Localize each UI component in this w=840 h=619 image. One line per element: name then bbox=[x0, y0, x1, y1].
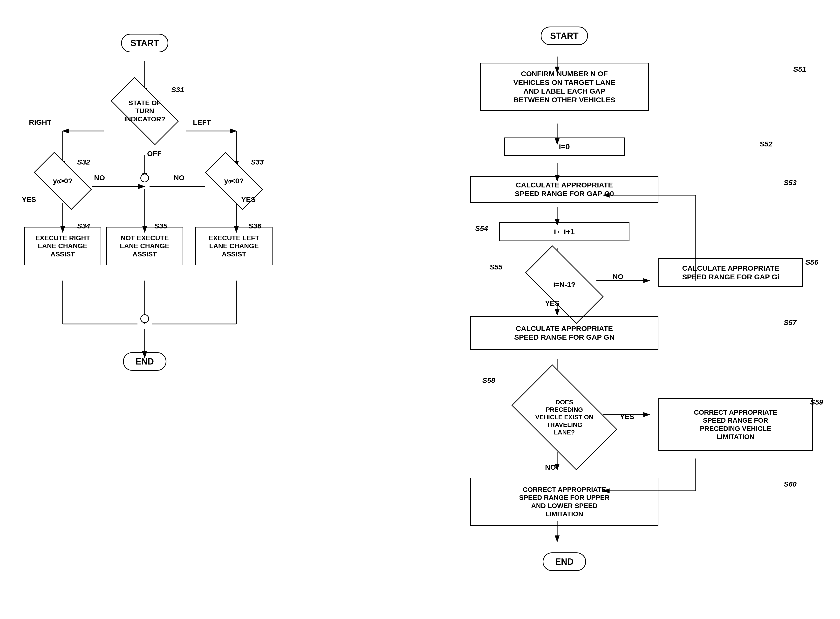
s51-box: CONFIRM NUMBER N OFVEHICLES ON TARGET LA… bbox=[480, 63, 649, 111]
s32-yes: YES bbox=[22, 195, 36, 203]
s36-box: EXECUTE LEFTLANE CHANGEASSIST bbox=[195, 227, 273, 265]
s34-box: EXECUTE RIGHTLANE CHANGEASSIST bbox=[24, 227, 101, 265]
s54-box: i←i+1 bbox=[499, 222, 630, 241]
s31-left-label: LEFT bbox=[193, 118, 211, 126]
s59-label: S59 bbox=[810, 398, 823, 406]
s58-yes: YES bbox=[620, 413, 634, 421]
junction-off bbox=[140, 174, 149, 182]
s58-diamond: DOESPRECEDINGVEHICLE EXIST ONTRAVELINGLA… bbox=[501, 374, 627, 461]
junction-bottom bbox=[140, 314, 149, 323]
s56-label: S56 bbox=[806, 258, 818, 266]
s53-box: CALCULATE APPROPRIATESPEED RANGE FOR GAP… bbox=[470, 176, 658, 203]
s55-yes: YES bbox=[545, 299, 560, 307]
right-start: START bbox=[533, 27, 596, 45]
s56-box: CALCULATE APPROPRIATESPEED RANGE FOR GAP… bbox=[658, 258, 803, 287]
s55-no: NO bbox=[613, 272, 624, 281]
s34-label: S34 bbox=[77, 222, 90, 230]
s36-label: S36 bbox=[248, 222, 261, 230]
right-end: END bbox=[533, 552, 596, 571]
s52-box: i=0 bbox=[504, 138, 625, 156]
s35-box: NOT EXECUTELANE CHANGEASSIST bbox=[106, 227, 183, 265]
s31-diamond: STATE OFTURN INDICATOR? bbox=[99, 87, 191, 135]
s59-box: CORRECT APPROPRIATESPEED RANGE FORPRECED… bbox=[658, 398, 813, 451]
s35-label: S35 bbox=[154, 222, 167, 230]
left-start: START bbox=[113, 34, 176, 52]
s32-no: NO bbox=[94, 174, 105, 182]
s58-no: NO bbox=[545, 463, 556, 471]
s51-label: S51 bbox=[794, 65, 806, 73]
s31-right-label: RIGHT bbox=[29, 118, 51, 126]
left-end: END bbox=[113, 352, 176, 371]
s54-label: S54 bbox=[475, 224, 488, 233]
s60-label: S60 bbox=[784, 480, 797, 488]
s55-diamond: i=N-1? bbox=[511, 260, 618, 309]
s57-label: S57 bbox=[784, 318, 797, 327]
s33-no: NO bbox=[174, 174, 185, 182]
s57-box: CALCULATE APPROPRIATESPEED RANGE FOR GAP… bbox=[470, 316, 658, 350]
s58-label: S58 bbox=[482, 376, 495, 384]
s33-yes: YES bbox=[241, 195, 256, 203]
s33-diamond: y₀<0? bbox=[195, 159, 273, 203]
s31-off-label: OFF bbox=[147, 150, 161, 158]
s55-label: S55 bbox=[489, 263, 502, 271]
s60-box: CORRECT APPROPRIATESPEED RANGE FOR UPPER… bbox=[470, 478, 658, 526]
s53-label: S53 bbox=[784, 178, 797, 187]
s52-label: S52 bbox=[760, 140, 773, 148]
